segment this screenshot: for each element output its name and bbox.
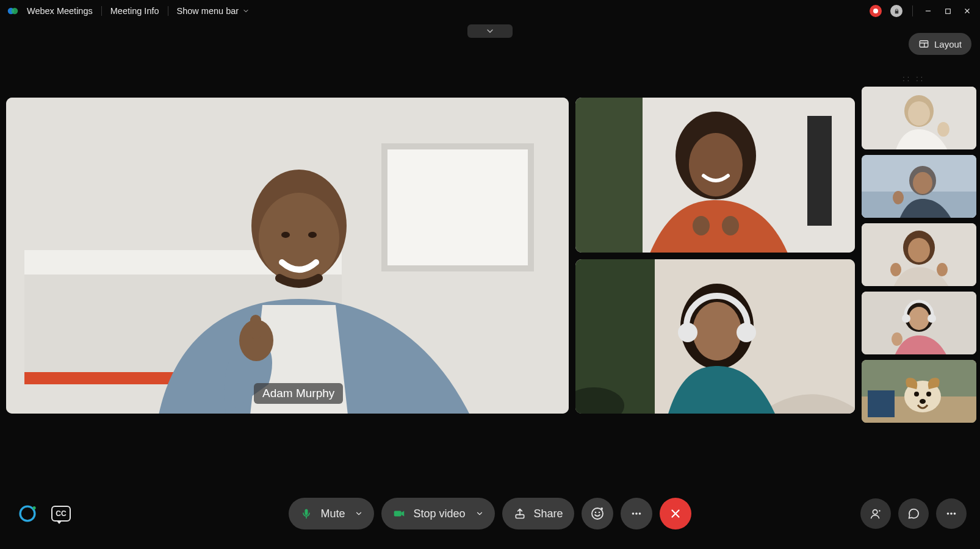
divider — [912, 5, 913, 16]
svg-point-42 — [937, 263, 948, 276]
svg-rect-14 — [250, 315, 261, 339]
close-window-button[interactable] — [962, 5, 973, 16]
svg-point-62 — [594, 512, 596, 514]
active-speaker-tile[interactable]: Adam Murphy — [6, 98, 569, 414]
chat-icon — [907, 507, 920, 520]
svg-point-31 — [908, 101, 930, 126]
svg-point-64 — [632, 512, 634, 515]
svg-point-41 — [890, 263, 901, 276]
layout-icon — [918, 38, 929, 49]
participant-thumbnail[interactable] — [862, 87, 976, 149]
svg-rect-2 — [945, 9, 950, 13]
share-icon — [513, 507, 527, 520]
svg-point-54 — [926, 392, 931, 396]
divider — [101, 6, 102, 16]
mute-label: Mute — [320, 508, 345, 520]
participant-tile[interactable] — [575, 259, 855, 414]
layout-button[interactable]: Layout — [909, 33, 971, 55]
participant-tile[interactable] — [575, 98, 855, 253]
participant-video — [862, 87, 976, 149]
close-icon — [669, 507, 682, 520]
svg-rect-5 — [384, 146, 531, 268]
controls-left: CC — [17, 503, 71, 524]
minimize-window-button[interactable] — [923, 5, 934, 16]
participant-thumbnail[interactable] — [862, 223, 976, 286]
svg-rect-51 — [868, 390, 895, 417]
closed-captions-button[interactable]: CC — [51, 506, 71, 522]
svg-point-48 — [892, 332, 903, 346]
meeting-info-link[interactable]: Meeting Info — [110, 6, 159, 16]
title-bar-right — [870, 5, 973, 17]
person-icon — [869, 507, 882, 520]
cc-label: CC — [56, 509, 66, 518]
participant-thumbnail[interactable] — [862, 292, 976, 354]
participant-video — [6, 98, 569, 414]
svg-point-53 — [914, 392, 919, 396]
drag-handle-icon[interactable]: :: :: — [903, 74, 925, 83]
svg-point-68 — [879, 510, 880, 511]
lock-meeting-icon[interactable] — [890, 5, 903, 17]
stop-video-button[interactable]: Stop video — [381, 498, 494, 529]
video-grid: Adam Murphy — [6, 98, 974, 427]
svg-point-67 — [873, 510, 877, 514]
participant-thumbnail[interactable] — [862, 360, 976, 423]
show-menu-label: Show menu bar — [177, 6, 239, 16]
participant-video — [862, 360, 976, 423]
more-options-button[interactable] — [621, 498, 652, 529]
speaker-name-badge: Adam Murphy — [254, 383, 343, 404]
svg-point-46 — [902, 314, 910, 323]
secondary-column — [575, 98, 855, 414]
participant-video — [862, 155, 976, 218]
svg-rect-3 — [920, 41, 928, 48]
participant-video — [575, 259, 855, 414]
microphone-icon — [300, 507, 313, 520]
recording-indicator[interactable] — [870, 5, 882, 17]
share-button[interactable]: Share — [502, 498, 574, 529]
ellipsis-icon — [630, 507, 643, 520]
chevron-down-icon — [355, 509, 363, 518]
chat-panel-button[interactable] — [898, 498, 929, 529]
ellipsis-icon — [945, 507, 958, 520]
svg-point-1 — [12, 8, 18, 15]
participant-video — [575, 98, 855, 253]
svg-point-27 — [678, 323, 697, 342]
svg-point-11 — [281, 232, 290, 238]
svg-point-55 — [920, 399, 926, 404]
chevron-down-icon — [242, 7, 250, 15]
svg-point-56 — [20, 506, 35, 521]
svg-point-65 — [635, 512, 638, 515]
participants-panel-button[interactable] — [860, 498, 891, 529]
svg-point-45 — [909, 307, 929, 330]
svg-point-26 — [693, 302, 741, 361]
app-name: Webex Meetings — [27, 6, 93, 16]
chevron-down-icon — [475, 509, 484, 518]
controls-center: Mute Stop video Share — [289, 498, 691, 529]
end-call-button[interactable] — [660, 498, 691, 529]
webex-logo-icon — [7, 5, 18, 16]
participant-thumbnail[interactable] — [862, 155, 976, 218]
svg-point-63 — [598, 512, 600, 514]
title-bar: Webex Meetings Meeting Info Show menu ba… — [0, 0, 980, 22]
svg-point-57 — [33, 506, 36, 509]
svg-point-36 — [913, 172, 932, 194]
svg-point-28 — [737, 323, 756, 342]
svg-point-19 — [689, 133, 743, 196]
mute-button[interactable]: Mute — [289, 498, 374, 529]
svg-point-47 — [928, 314, 936, 323]
divider — [168, 6, 168, 16]
show-menu-bar-toggle[interactable]: Show menu bar — [177, 6, 250, 16]
webex-assistant-icon[interactable] — [17, 503, 38, 524]
reactions-button[interactable] — [582, 498, 613, 529]
camera-icon — [392, 507, 406, 520]
svg-rect-58 — [305, 509, 308, 515]
panel-options-button[interactable] — [936, 498, 967, 529]
controls-right — [860, 498, 967, 529]
svg-point-20 — [693, 216, 710, 235]
participant-video — [862, 223, 976, 286]
svg-rect-16 — [575, 98, 643, 253]
smiley-icon — [590, 506, 605, 521]
meeting-controls: CC Mute Stop video Share — [0, 495, 980, 532]
maximize-window-button[interactable] — [942, 5, 953, 16]
chevron-down-icon — [485, 26, 495, 36]
pulldown-handle[interactable] — [467, 24, 513, 38]
